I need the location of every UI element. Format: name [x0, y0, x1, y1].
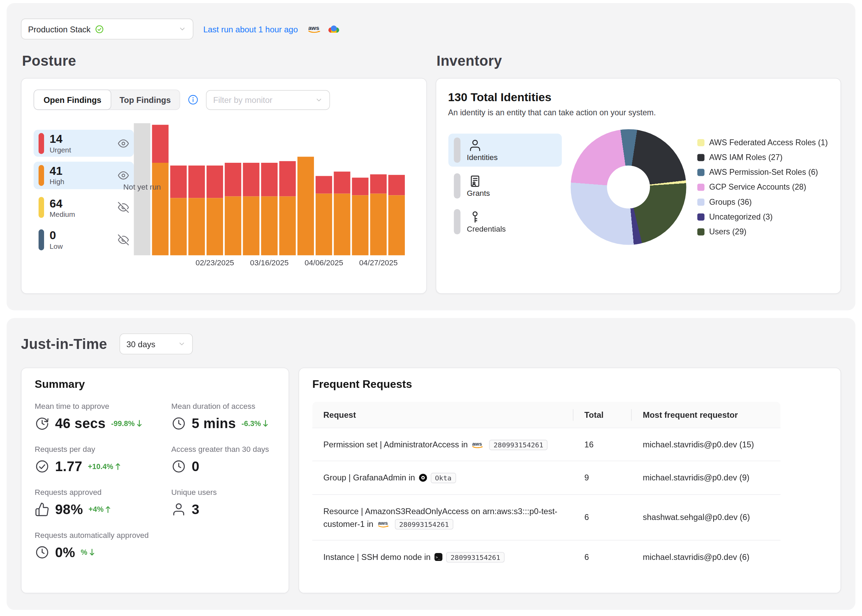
legend-item-aws-permission-set-roles: AWS Permission-Set Roles (6) [697, 168, 828, 176]
monitor-filter-placeholder: Filter by monitor [213, 95, 272, 104]
inventory-tab-credentials[interactable]: Credentials [448, 205, 562, 238]
clock-refresh-icon [35, 416, 50, 431]
high-segment [225, 196, 241, 255]
clock-icon [171, 416, 186, 431]
x-axis-tick: 04/06/2025 [305, 258, 343, 267]
legend-color-chip [697, 139, 704, 146]
legend-item-high[interactable]: 41High [34, 162, 134, 189]
summary-title: Summary [35, 378, 275, 391]
request-row[interactable]: Resource | AmazonS3ReadOnlyAccess on arn… [312, 494, 780, 540]
identities-legend: AWS Federated Access Roles (1)AWS IAM Ro… [697, 138, 828, 236]
high-segment [352, 195, 368, 255]
chevron-down-icon [315, 96, 322, 104]
eye-icon[interactable] [118, 138, 129, 149]
trend-up-icon [105, 505, 111, 514]
legend-color-chip [697, 154, 704, 161]
tab-open-findings[interactable]: Open Findings [34, 90, 112, 110]
eye-off-icon[interactable] [118, 234, 129, 245]
high-segment [297, 157, 314, 255]
resource-badge: Okta [431, 473, 456, 483]
request-cell: Permission set | AdministratorAccess in … [312, 428, 573, 461]
bar-week-7 [261, 163, 277, 255]
time-range-select[interactable]: 30 days [119, 333, 192, 354]
aws-icon: aws [377, 519, 392, 528]
tab-top-findings[interactable]: Top Findings [111, 90, 180, 110]
high-segment [334, 194, 351, 255]
legend-item-groups: Groups (36) [697, 198, 828, 206]
eye-off-icon[interactable] [118, 202, 129, 213]
bar-week-6 [243, 163, 260, 255]
frequent-requests-table: Request Total Most frequent requestor Pe… [312, 402, 780, 573]
list-indicator-pill [454, 209, 460, 234]
legend-color-chip [697, 198, 704, 206]
chevron-down-icon [178, 25, 186, 33]
request-text: Instance | SSH demo node in [323, 552, 433, 561]
metric-label: Mean duration of access [171, 402, 275, 410]
frequent-requests-body: Permission set | AdministratorAccess in … [312, 428, 780, 573]
inventory-tab-identities[interactable]: Identities [448, 133, 562, 166]
legend-item-urgent[interactable]: 14Urgent [34, 130, 134, 157]
x-axis-tick: 02/23/2025 [195, 258, 234, 267]
request-row[interactable]: Group | GrafanaAdmin in Okta9michael.sta… [312, 461, 780, 494]
trend-down-icon [136, 420, 143, 428]
inventory-tab-grants[interactable]: Grants [448, 169, 562, 202]
request-row[interactable]: Instance | SSH demo node in >_2809931542… [312, 540, 780, 573]
resource-badge: 280993154261 [446, 552, 505, 562]
metric-value: 5 mins [192, 415, 236, 431]
urgent-segment [188, 165, 205, 198]
trend-up-icon [114, 462, 121, 470]
stack-selector[interactable]: Production Stack [21, 19, 193, 39]
metric-mean-time-to-approve: Mean time to approve46 secs-99.8% [35, 402, 171, 431]
metric-requests-automatically-approved: Requests automatically approved0%% [35, 531, 171, 560]
bar-week-4 [206, 165, 223, 255]
summary-metrics: Mean time to approve46 secs-99.8%Mean du… [35, 402, 275, 560]
metric-requests-approved: Requests approved98%+4% [35, 488, 171, 517]
request-row[interactable]: Permission set | AdministratorAccess in … [312, 428, 780, 461]
summary-card: Summary Mean time to approve46 secs-99.8… [21, 368, 289, 593]
thumbs-up-icon [35, 502, 50, 517]
metric-label: Access greater than 30 days [171, 445, 275, 454]
request-cell: Resource | AmazonS3ReadOnlyAccess on arn… [312, 495, 573, 540]
posture-tabs: Open FindingsTop Findings [34, 90, 180, 110]
severity-label: Medium [50, 211, 75, 218]
monitor-filter-select[interactable]: Filter by monitor [206, 90, 330, 110]
bar-week-12 [352, 178, 368, 255]
legend-item-medium[interactable]: 64Medium [34, 194, 134, 221]
severity-count: 0 [50, 229, 63, 242]
last-run-link[interactable]: Last run about 1 hour ago [203, 24, 298, 34]
trend-down-icon [262, 420, 269, 428]
severity-color-chip [39, 133, 44, 154]
bar-week-10 [316, 176, 332, 255]
metric-delta: -99.8% [111, 420, 143, 428]
svg-text:aws: aws [308, 25, 319, 31]
request-requestor: michael.stavridis@p0.dev (6) [632, 541, 780, 573]
urgent-segment [206, 165, 223, 198]
x-axis-tick: 04/27/2025 [359, 258, 398, 267]
clock-icon [171, 459, 186, 474]
legend-item-low[interactable]: 0Low [34, 226, 134, 253]
urgent-segment [388, 175, 405, 195]
posture-section: Posture Open FindingsTop Findings Filter… [21, 53, 426, 294]
metric-mean-duration-of-access: Mean duration of access5 mins-6.3% [171, 402, 275, 431]
legend-color-chip [697, 228, 704, 236]
request-total: 9 [574, 462, 632, 494]
chevron-down-icon [178, 340, 185, 347]
inventory-section: Inventory 130 Total Identities An identi… [436, 53, 841, 294]
urgent-segment [225, 163, 241, 196]
just-in-time-panel: Just-in-Time 30 days Summary Mean time t… [6, 318, 856, 610]
frequent-requests-title: Frequent Requests [312, 378, 827, 391]
user-icon [171, 502, 186, 517]
inventory-card: 130 Total Identities An identity is an e… [436, 78, 841, 294]
eye-icon[interactable] [118, 170, 129, 181]
metric-value: 1.77 [55, 458, 82, 474]
urgent-segment [352, 178, 368, 195]
metric-value: 46 secs [55, 415, 106, 431]
high-segment [370, 194, 387, 255]
request-text: Group | GrafanaAdmin in [323, 473, 417, 482]
list-indicator-pill [454, 173, 460, 198]
info-icon[interactable] [188, 94, 198, 105]
request-requestor: michael.stavridis@p0.dev (15) [632, 428, 780, 461]
aws-icon: aws [471, 440, 486, 449]
table-header: Request Total Most frequent requestor [312, 402, 780, 427]
posture-title: Posture [22, 53, 426, 70]
